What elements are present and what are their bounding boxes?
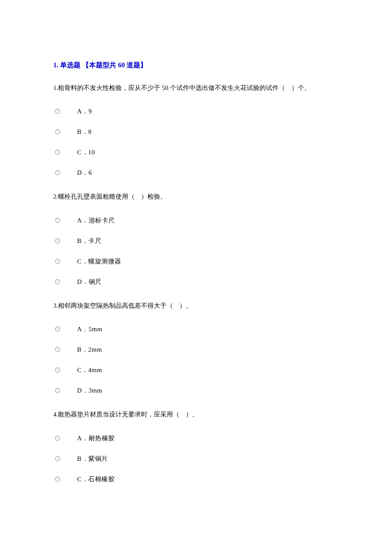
radio-icon[interactable] — [55, 259, 60, 264]
radio-icon[interactable] — [55, 477, 60, 482]
radio-icon[interactable] — [55, 129, 60, 134]
option-row: C．10 — [53, 147, 339, 157]
radio-icon[interactable] — [55, 238, 60, 243]
option-row: D．6 — [53, 168, 339, 178]
option-label: A．5mm — [77, 324, 102, 334]
radio-icon[interactable] — [55, 109, 60, 114]
option-row: C．4mm — [53, 365, 339, 375]
question-block: 3.相邻两块架空隔热制品高低差不得大于（ ）。 A．5mm B．2mm C．4m… — [53, 301, 339, 396]
option-label: C．石棉橡胶 — [77, 474, 115, 484]
question-block: 1.粗骨料的不发火性检验，应从不少于 50 个试件中选出做不发生火花试验的试件（… — [53, 83, 339, 178]
radio-icon[interactable] — [55, 170, 60, 175]
option-label: B．紫铜片 — [77, 454, 108, 464]
option-row: C．螺旋测微器 — [53, 256, 339, 266]
option-label: A．耐热橡胶 — [77, 433, 115, 443]
radio-icon[interactable] — [55, 367, 60, 373]
radio-icon[interactable] — [55, 347, 60, 352]
question-text: 3.相邻两块架空隔热制品高低差不得大于（ ）。 — [53, 301, 339, 312]
option-row: A．5mm — [53, 324, 339, 334]
option-label: B．卡尺 — [77, 236, 101, 246]
radio-icon[interactable] — [55, 150, 60, 155]
option-row: D．3mm — [53, 385, 339, 396]
radio-icon[interactable] — [55, 388, 60, 393]
option-row: D．钢尺 — [53, 277, 339, 287]
option-label: A．9 — [77, 106, 92, 116]
option-row: B．卡尺 — [53, 236, 339, 246]
radio-icon[interactable] — [55, 218, 60, 223]
question-text: 4.散热器垫片材质当设计无要求时，应采用（ ）。 — [53, 409, 339, 420]
question-block: 2.螺栓孔孔壁表面粗糙使用（ ）检验。 A．游标卡尺 B．卡尺 C．螺旋测微器 … — [53, 191, 339, 287]
option-row: C．石棉橡胶 — [53, 474, 339, 484]
option-row: B．8 — [53, 127, 339, 137]
option-label: D．钢尺 — [77, 277, 102, 287]
question-block: 4.散热器垫片材质当设计无要求时，应采用（ ）。 A．耐热橡胶 B．紫铜片 C．… — [53, 409, 339, 484]
option-list: A．5mm B．2mm C．4mm D．3mm — [53, 324, 339, 396]
option-row: A．游标卡尺 — [53, 215, 339, 225]
question-text: 1.粗骨料的不发火性检验，应从不少于 50 个试件中选出做不发生火花试验的试件（… — [53, 83, 339, 94]
section-header: 1. 单选题 【本题型共 60 道题】 — [53, 60, 339, 71]
option-list: A．耐热橡胶 B．紫铜片 C．石棉橡胶 — [53, 433, 339, 484]
option-label: D．3mm — [77, 385, 102, 396]
option-label: B．2mm — [77, 344, 102, 355]
option-list: A．游标卡尺 B．卡尺 C．螺旋测微器 D．钢尺 — [53, 215, 339, 287]
radio-icon[interactable] — [55, 436, 60, 441]
option-label: B．8 — [77, 127, 92, 137]
option-label: A．游标卡尺 — [77, 215, 115, 225]
option-label: C．螺旋测微器 — [77, 256, 121, 266]
option-label: C．4mm — [77, 365, 102, 375]
option-row: B．紫铜片 — [53, 454, 339, 464]
radio-icon[interactable] — [55, 279, 60, 284]
option-label: D．6 — [77, 168, 92, 178]
option-list: A．9 B．8 C．10 D．6 — [53, 106, 339, 178]
option-row: B．2mm — [53, 344, 339, 355]
radio-icon[interactable] — [55, 456, 60, 461]
option-row: A．9 — [53, 106, 339, 116]
radio-icon[interactable] — [55, 327, 60, 332]
option-label: C．10 — [77, 147, 95, 157]
question-text: 2.螺栓孔孔壁表面粗糙使用（ ）检验。 — [53, 191, 339, 202]
option-row: A．耐热橡胶 — [53, 433, 339, 443]
